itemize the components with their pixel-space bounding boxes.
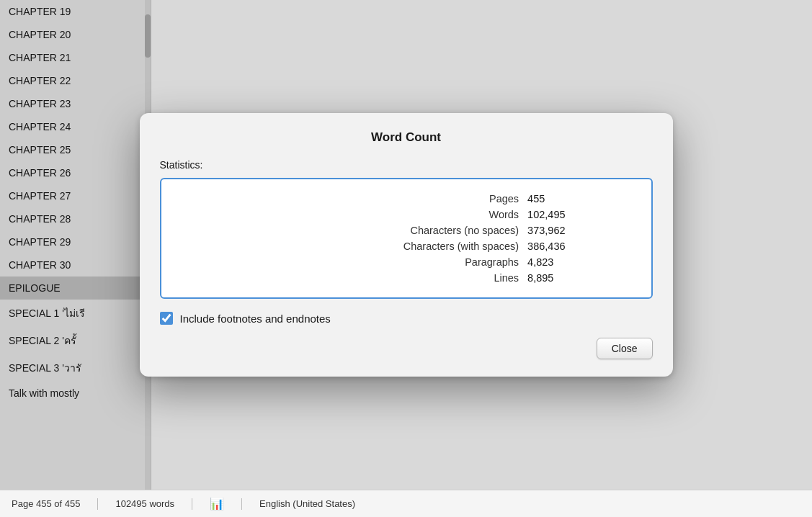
footnotes-row: Include footnotes and endnotes bbox=[160, 312, 653, 325]
stats-value-2: 373,962 bbox=[527, 222, 633, 238]
dialog-footer: Close bbox=[160, 338, 653, 359]
stats-table: Pages455Words102,495Characters (no space… bbox=[179, 191, 634, 286]
stats-value-5: 8,895 bbox=[527, 270, 633, 286]
stats-row-2: Characters (no spaces)373,962 bbox=[179, 222, 634, 238]
stats-value-0: 455 bbox=[527, 191, 633, 207]
stats-row-3: Characters (with spaces)386,436 bbox=[179, 238, 634, 254]
stats-row-4: Paragraphs4,823 bbox=[179, 254, 634, 270]
dialog-title: Word Count bbox=[160, 130, 653, 145]
stats-label-2: Characters (no spaces) bbox=[179, 222, 528, 238]
footnotes-checkbox[interactable] bbox=[160, 312, 173, 325]
status-bar: Page 455 of 455 102495 words 📊 English (… bbox=[0, 490, 812, 517]
word-count-icon[interactable]: 📊 bbox=[210, 497, 224, 511]
stats-row-0: Pages455 bbox=[179, 191, 634, 207]
stats-row-1: Words102,495 bbox=[179, 207, 634, 222]
stats-label-0: Pages bbox=[179, 191, 528, 207]
statistics-label: Statistics: bbox=[160, 159, 653, 171]
page-info: Page 455 of 455 bbox=[12, 498, 80, 509]
dialog-overlay: Word Count Statistics: Pages455Words102,… bbox=[0, 0, 812, 490]
stats-box: Pages455Words102,495Characters (no space… bbox=[160, 178, 653, 299]
status-separator-3 bbox=[241, 498, 242, 510]
word-count-dialog: Word Count Statistics: Pages455Words102,… bbox=[140, 113, 673, 377]
stats-label-4: Paragraphs bbox=[179, 254, 528, 270]
status-separator-2 bbox=[192, 498, 192, 510]
language-status: English (United States) bbox=[259, 498, 355, 509]
word-count-status: 102495 words bbox=[115, 498, 174, 509]
close-button[interactable]: Close bbox=[597, 338, 653, 359]
stats-value-3: 386,436 bbox=[527, 238, 633, 254]
stats-value-1: 102,495 bbox=[527, 207, 633, 222]
stats-value-4: 4,823 bbox=[527, 254, 633, 270]
stats-label-5: Lines bbox=[179, 270, 528, 286]
stats-label-3: Characters (with spaces) bbox=[179, 238, 528, 254]
footnotes-label[interactable]: Include footnotes and endnotes bbox=[180, 313, 331, 325]
stats-label-1: Words bbox=[179, 207, 528, 222]
status-separator-1 bbox=[97, 498, 98, 510]
stats-row-5: Lines8,895 bbox=[179, 270, 634, 286]
footnotes-checkbox-wrapper[interactable] bbox=[160, 312, 173, 325]
